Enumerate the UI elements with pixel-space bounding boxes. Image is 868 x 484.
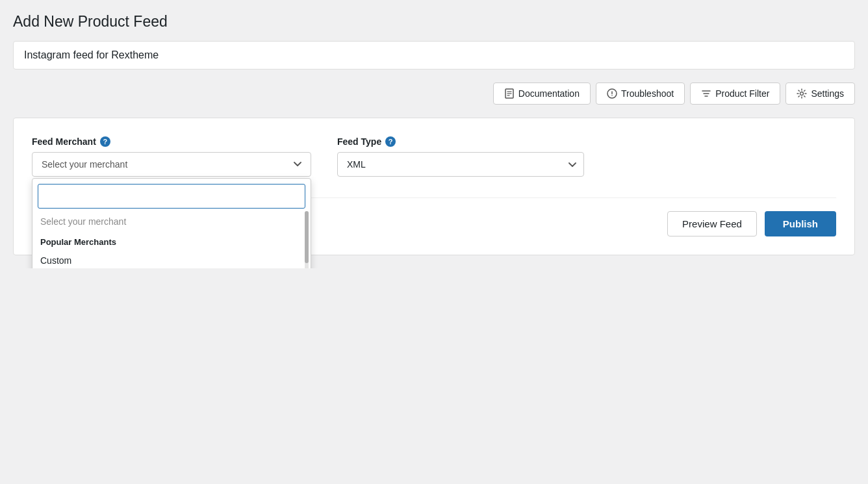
feed-type-label-text: Feed Type <box>337 136 381 147</box>
svg-point-6 <box>611 95 613 96</box>
preview-feed-button[interactable]: Preview Feed <box>667 211 757 236</box>
merchant-select-display[interactable]: Select your merchant <box>32 152 311 177</box>
publish-button[interactable]: Publish <box>765 211 836 236</box>
merchant-group-label: Popular Merchants <box>32 232 311 249</box>
documentation-button[interactable]: Documentation <box>493 83 591 105</box>
feed-type-select-wrapper: XML CSV TSV JSON <box>337 152 584 177</box>
toolbar: Documentation Troubleshoot Product Fil <box>13 83 855 105</box>
settings-label: Settings <box>811 88 844 99</box>
feed-config-row: Feed Merchant ? Select your merchant <box>32 136 836 177</box>
troubleshoot-icon <box>607 88 617 99</box>
filter-icon <box>701 88 711 99</box>
feed-type-help-icon[interactable]: ? <box>385 136 396 147</box>
feed-merchant-section: Feed Merchant ? Select your merchant <box>32 136 311 177</box>
merchant-select-placeholder: Select your merchant <box>42 159 127 170</box>
feed-type-section: Feed Type ? XML CSV TSV JSON <box>337 136 584 177</box>
product-filter-label: Product Filter <box>715 88 769 99</box>
page-title: Add New Product Feed <box>13 13 855 31</box>
feed-type-label: Feed Type ? <box>337 136 584 147</box>
settings-icon <box>797 88 807 99</box>
scrollbar-track <box>305 211 309 268</box>
troubleshoot-label: Troubleshoot <box>621 88 674 99</box>
merchant-select-wrapper: Select your merchant <box>32 152 311 177</box>
feed-merchant-label: Feed Merchant ? <box>32 136 311 147</box>
main-card: Feed Merchant ? Select your merchant <box>13 118 855 255</box>
merchant-dropdown: Select your merchant Popular Merchants C… <box>32 178 311 268</box>
feed-merchant-help-icon[interactable]: ? <box>100 136 110 147</box>
feed-type-select[interactable]: XML CSV TSV JSON <box>337 152 584 177</box>
merchant-dropdown-list: Select your merchant Popular Merchants C… <box>32 211 311 268</box>
feed-name-input[interactable] <box>13 41 855 70</box>
merchant-placeholder-item[interactable]: Select your merchant <box>32 211 311 232</box>
documentation-label: Documentation <box>518 88 580 99</box>
feed-merchant-label-text: Feed Merchant <box>32 136 96 147</box>
product-filter-button[interactable]: Product Filter <box>690 83 780 105</box>
merchant-item-custom[interactable]: Custom <box>32 249 311 268</box>
troubleshoot-button[interactable]: Troubleshoot <box>596 83 685 105</box>
svg-point-10 <box>800 92 804 96</box>
merchant-chevron-icon <box>294 162 301 167</box>
scrollbar-thumb[interactable] <box>305 211 309 263</box>
settings-button[interactable]: Settings <box>785 83 855 105</box>
document-icon <box>504 88 515 99</box>
merchant-search-input[interactable] <box>38 184 305 209</box>
